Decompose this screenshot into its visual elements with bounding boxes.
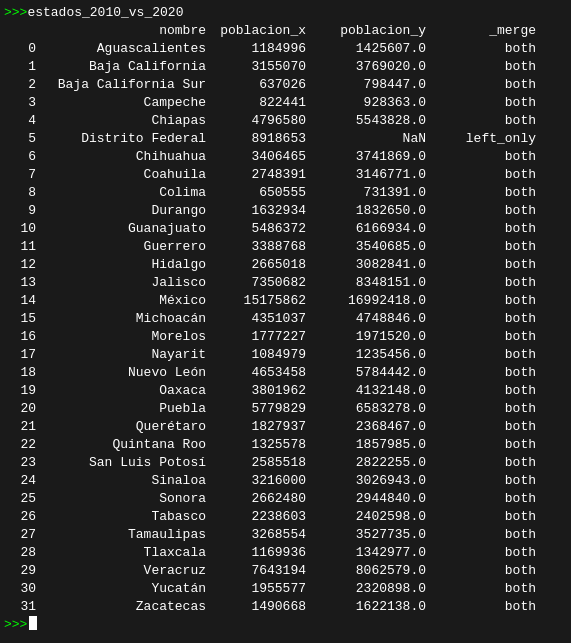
table-row: 2 Baja California Sur 637026 798447.0 bo…	[0, 76, 571, 94]
cell-pob-y: 16992418.0	[306, 292, 426, 310]
cell-merge: both	[426, 220, 536, 238]
cell-pob-x: 3388768	[206, 238, 306, 256]
cell-pob-y: 1425607.0	[306, 40, 426, 58]
table-row: 11 Guerrero 3388768 3540685.0 both	[0, 238, 571, 256]
table-row: 1 Baja California 3155070 3769020.0 both	[0, 58, 571, 76]
cell-pob-x: 822441	[206, 94, 306, 112]
header-merge: _merge	[426, 22, 536, 40]
cell-nombre: Chihuahua	[36, 148, 206, 166]
cell-nombre: Oaxaca	[36, 382, 206, 400]
cell-pob-x: 7350682	[206, 274, 306, 292]
cell-merge: left_only	[426, 130, 536, 148]
cell-pob-y: 5543828.0	[306, 112, 426, 130]
cell-merge: both	[426, 382, 536, 400]
cell-nombre: Guerrero	[36, 238, 206, 256]
cell-index: 2	[4, 76, 36, 94]
cell-index: 29	[4, 562, 36, 580]
cell-index: 9	[4, 202, 36, 220]
cell-index: 3	[4, 94, 36, 112]
cell-nombre: Zacatecas	[36, 598, 206, 616]
cell-pob-x: 1325578	[206, 436, 306, 454]
terminal-window: >>> estados_2010_vs_2020 nombre poblacio…	[0, 0, 571, 638]
header-index	[4, 22, 36, 40]
cell-nombre: Veracruz	[36, 562, 206, 580]
cell-merge: both	[426, 364, 536, 382]
final-prompt: >>>	[4, 616, 27, 634]
cell-pob-y: 8062579.0	[306, 562, 426, 580]
cell-index: 30	[4, 580, 36, 598]
cell-pob-y: NaN	[306, 130, 426, 148]
cell-nombre: Nayarit	[36, 346, 206, 364]
table-header: nombre poblacion_x poblacion_y _merge	[0, 22, 571, 40]
cell-index: 19	[4, 382, 36, 400]
cell-index: 28	[4, 544, 36, 562]
table-row: 9 Durango 1632934 1832650.0 both	[0, 202, 571, 220]
cell-nombre: Sonora	[36, 490, 206, 508]
table-row: 30 Yucatán 1955577 2320898.0 both	[0, 580, 571, 598]
cursor	[29, 616, 37, 630]
cell-nombre: Michoacán	[36, 310, 206, 328]
table-row: 13 Jalisco 7350682 8348151.0 both	[0, 274, 571, 292]
cell-nombre: Nuevo León	[36, 364, 206, 382]
cell-pob-y: 3741869.0	[306, 148, 426, 166]
cell-index: 16	[4, 328, 36, 346]
cell-index: 13	[4, 274, 36, 292]
cell-merge: both	[426, 508, 536, 526]
table-row: 17 Nayarit 1084979 1235456.0 both	[0, 346, 571, 364]
cell-pob-x: 4351037	[206, 310, 306, 328]
cell-merge: both	[426, 292, 536, 310]
cell-pob-x: 7643194	[206, 562, 306, 580]
cell-pob-x: 3216000	[206, 472, 306, 490]
cell-nombre: Aguascalientes	[36, 40, 206, 58]
cell-pob-y: 1622138.0	[306, 598, 426, 616]
cell-nombre: Coahuila	[36, 166, 206, 184]
cell-merge: both	[426, 400, 536, 418]
cell-nombre: Guanajuato	[36, 220, 206, 238]
cell-index: 11	[4, 238, 36, 256]
cell-nombre: Durango	[36, 202, 206, 220]
cell-index: 20	[4, 400, 36, 418]
cell-merge: both	[426, 562, 536, 580]
cell-pob-y: 4748846.0	[306, 310, 426, 328]
cell-pob-x: 3268554	[206, 526, 306, 544]
cell-pob-x: 2238603	[206, 508, 306, 526]
cell-pob-x: 1632934	[206, 202, 306, 220]
cell-pob-x: 15175862	[206, 292, 306, 310]
cell-pob-y: 2944840.0	[306, 490, 426, 508]
command-text: estados_2010_vs_2020	[27, 4, 183, 22]
cell-pob-y: 731391.0	[306, 184, 426, 202]
cell-merge: both	[426, 328, 536, 346]
cell-pob-y: 6166934.0	[306, 220, 426, 238]
cell-pob-x: 3801962	[206, 382, 306, 400]
header-pob-y: poblacion_y	[306, 22, 426, 40]
table-row: 25 Sonora 2662480 2944840.0 both	[0, 490, 571, 508]
table-row: 10 Guanajuato 5486372 6166934.0 both	[0, 220, 571, 238]
table-row: 8 Colima 650555 731391.0 both	[0, 184, 571, 202]
cell-pob-y: 2402598.0	[306, 508, 426, 526]
cell-pob-y: 1342977.0	[306, 544, 426, 562]
cell-index: 24	[4, 472, 36, 490]
cell-index: 31	[4, 598, 36, 616]
cell-pob-y: 3769020.0	[306, 58, 426, 76]
cell-nombre: Morelos	[36, 328, 206, 346]
cell-pob-y: 1235456.0	[306, 346, 426, 364]
cell-index: 1	[4, 58, 36, 76]
table-row: 14 México 15175862 16992418.0 both	[0, 292, 571, 310]
cell-merge: both	[426, 526, 536, 544]
cell-merge: both	[426, 184, 536, 202]
cell-merge: both	[426, 472, 536, 490]
cell-nombre: San Luis Potosí	[36, 454, 206, 472]
cell-merge: both	[426, 166, 536, 184]
cell-pob-x: 1084979	[206, 346, 306, 364]
cell-index: 25	[4, 490, 36, 508]
cell-pob-x: 650555	[206, 184, 306, 202]
cell-nombre: Puebla	[36, 400, 206, 418]
cell-merge: both	[426, 94, 536, 112]
table-row: 3 Campeche 822441 928363.0 both	[0, 94, 571, 112]
cell-pob-y: 928363.0	[306, 94, 426, 112]
cell-merge: both	[426, 454, 536, 472]
cell-pob-y: 2368467.0	[306, 418, 426, 436]
cell-merge: both	[426, 544, 536, 562]
cell-index: 14	[4, 292, 36, 310]
cell-nombre: Jalisco	[36, 274, 206, 292]
